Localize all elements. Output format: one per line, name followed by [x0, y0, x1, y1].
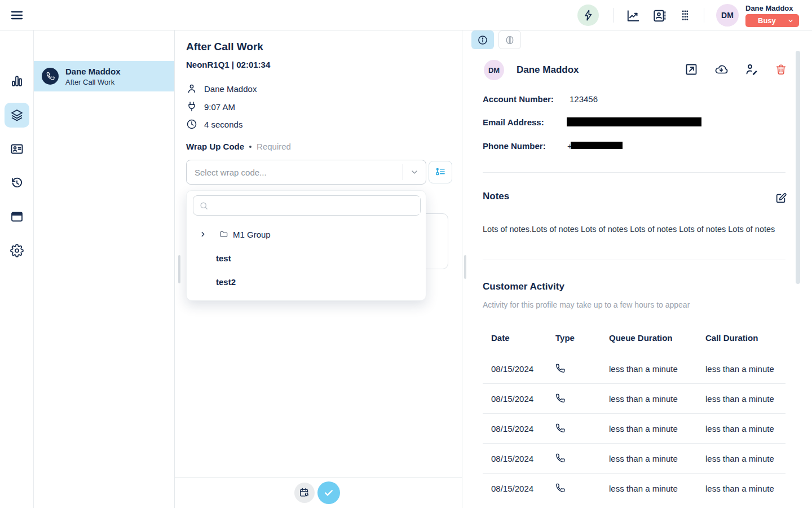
task-state-label: After Call Work: [65, 78, 114, 86]
open-in-new-icon[interactable]: [685, 63, 698, 76]
account-number-label: Account Number:: [483, 94, 554, 104]
hamburger-menu-icon[interactable]: [10, 8, 24, 22]
duration-text: 4 seconds: [204, 120, 242, 129]
wrap-code-dropdown: M1 Group test test2: [186, 190, 426, 301]
tab-profile-info[interactable]: [471, 30, 494, 49]
group-label: M1 Group: [233, 230, 271, 239]
row-queue-duration: less than a minute: [609, 394, 678, 404]
dropdown-option-test[interactable]: test: [187, 247, 427, 269]
contacts-directory-icon[interactable]: [652, 8, 667, 23]
chevron-right-icon[interactable]: [199, 230, 207, 238]
sidebar-item-browser[interactable]: [10, 210, 24, 224]
schedule-callback-button[interactable]: [294, 483, 315, 503]
download-cloud-icon[interactable]: [714, 63, 727, 76]
current-task-panel: Current Task Dane Maddox After Call Work: [34, 30, 175, 508]
notes-title: Notes: [483, 191, 509, 202]
clock-icon: [186, 119, 197, 130]
activity-table-row[interactable]: 08/15/2024 less than a minute less than …: [483, 413, 785, 443]
row-date: 08/15/2024: [491, 364, 533, 373]
phone-icon: [555, 454, 565, 463]
vertical-scrollbar[interactable]: [796, 51, 800, 284]
sidebar-item-history[interactable]: [10, 176, 24, 190]
row-call-duration: less than a minute: [705, 424, 774, 433]
complete-task-button[interactable]: [317, 481, 340, 504]
work-title: After Call Work: [186, 41, 263, 53]
row-date: 08/15/2024: [491, 424, 533, 433]
row-queue-duration: less than a minute: [609, 454, 678, 463]
after-call-work-panel: After Call Work NeonR1Q1 | 02:01:34 Dane…: [175, 30, 462, 508]
task-list-item[interactable]: Dane Maddox After Call Work: [34, 61, 174, 91]
activity-table-row[interactable]: 08/15/2024 less than a minute less than …: [483, 473, 785, 503]
column-header-type: Type: [555, 333, 575, 343]
tree-view-button[interactable]: [429, 161, 452, 183]
wrap-up-code-label-row: Wrap Up Code Required: [186, 142, 291, 151]
activity-table-row[interactable]: 08/15/2024 less than a minute less than …: [483, 443, 785, 473]
row-date: 08/15/2024: [491, 454, 533, 463]
status-label: Busy: [758, 16, 776, 25]
user-avatar[interactable]: DM: [716, 4, 739, 27]
person-icon: [186, 83, 197, 94]
tab-insights[interactable]: [498, 30, 521, 49]
column-header-queue-duration: Queue Duration: [609, 333, 673, 343]
dropdown-group-m1[interactable]: M1 Group: [187, 224, 427, 245]
row-call-duration: less than a minute: [705, 394, 774, 404]
panel-resize-handle[interactable]: [178, 255, 180, 283]
topbar-divider: [613, 8, 614, 23]
activity-table-row[interactable]: 08/15/2024 less than a minute less than …: [483, 353, 785, 383]
start-time-row: 9:07 AM: [186, 101, 235, 112]
dialpad-icon[interactable]: [678, 8, 692, 23]
task-contact-name: Dane Maddox: [65, 67, 121, 76]
reports-chart-icon[interactable]: [626, 8, 641, 23]
sidebar-item-tasks[interactable]: [10, 108, 24, 122]
tree-list-icon: [435, 167, 446, 178]
wrap-up-code-label: Wrap Up Code: [186, 142, 244, 151]
activity-hint: Activity for this profile may take up to…: [483, 300, 690, 309]
edit-contact-icon[interactable]: [744, 63, 758, 76]
account-number-value: 123456: [570, 94, 598, 104]
info-icon: [477, 34, 488, 46]
email-label: Email Address:: [483, 117, 544, 127]
row-call-duration: less than a minute: [705, 364, 774, 373]
delete-contact-icon[interactable]: [775, 63, 788, 76]
section-divider: [483, 172, 785, 173]
queue-and-timer: NeonR1Q1 | 02:01:34: [186, 60, 270, 69]
sidebar-item-analytics[interactable]: [10, 75, 24, 88]
wrap-code-select[interactable]: Select wrap code...: [186, 160, 426, 185]
sidebar-item-settings[interactable]: [10, 244, 24, 257]
customer-activity-title: Customer Activity: [483, 281, 564, 292]
search-icon: [199, 201, 209, 211]
calendar-clock-icon: [299, 487, 310, 498]
check-icon: [323, 487, 334, 498]
wrap-search-input[interactable]: [213, 197, 420, 214]
phone-icon: [555, 484, 565, 493]
quick-actions-button[interactable]: [577, 5, 599, 26]
phone-icon: [555, 424, 565, 433]
row-queue-duration: less than a minute: [609, 484, 678, 493]
row-call-duration: less than a minute: [705, 484, 774, 493]
sidebar-item-contacts[interactable]: [10, 142, 24, 156]
profile-name: Dane Maddox: [517, 64, 579, 76]
column-header-call-duration: Call Duration: [705, 333, 758, 343]
row-queue-duration: less than a minute: [609, 424, 678, 433]
duration-row: 4 seconds: [186, 119, 242, 130]
dropdown-option-test2[interactable]: test2: [187, 271, 427, 292]
chevron-down-icon[interactable]: [403, 168, 426, 177]
phone-icon: [555, 364, 565, 373]
start-time-text: 9:07 AM: [204, 102, 235, 112]
plug-icon: [186, 101, 197, 112]
section-divider: [483, 260, 785, 260]
row-call-duration: less than a minute: [705, 454, 774, 463]
agent-desktop-app: DM Dane Maddox Busy Curren: [0, 0, 812, 508]
user-name: Dane Maddox: [745, 4, 793, 12]
phone-redacted-value: [571, 142, 623, 149]
edit-notes-icon[interactable]: [775, 192, 788, 205]
status-dropdown[interactable]: Busy: [745, 14, 799, 27]
panel-resize-handle[interactable]: [464, 255, 466, 279]
brain-icon: [504, 34, 515, 46]
column-header-date: Date: [491, 333, 510, 343]
row-date: 08/15/2024: [491, 484, 533, 493]
task-phone-avatar: [42, 68, 59, 85]
activity-table-row[interactable]: 08/15/2024 less than a minute less than …: [483, 383, 785, 413]
bullet-separator: [249, 146, 251, 148]
dropdown-search-box: [193, 195, 421, 216]
